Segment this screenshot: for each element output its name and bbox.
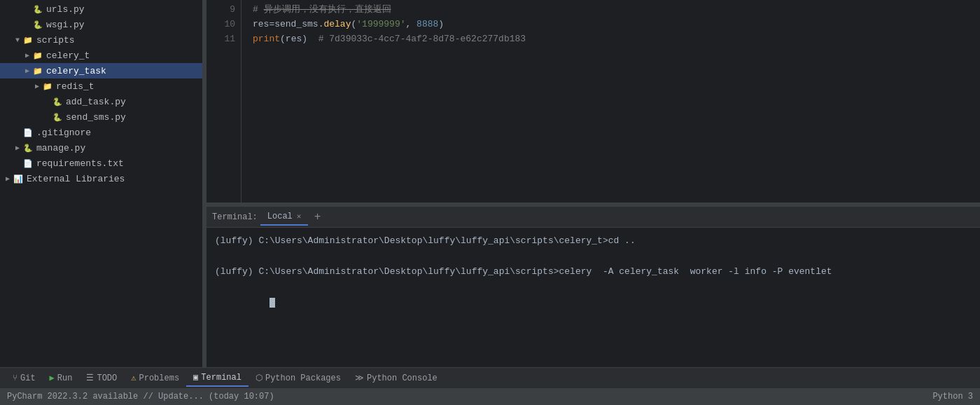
code-line-11: print(res) # 7d39033c-4cc7-4af2-8d78-e62…: [253, 32, 969, 47]
tree-item-scripts[interactable]: ▼ 📁 scripts: [0, 32, 202, 48]
tree-item-urls-py[interactable]: 🐍 urls.py: [0, 1, 202, 17]
main-area: 🐍 urls.py 🐍 wsgi.py ▼ 📁 scripts ▶ 📁 cele…: [0, 0, 980, 367]
var-send-sms: send_sms: [274, 18, 318, 32]
terminal-tab-local[interactable]: Local ✕: [260, 209, 309, 226]
manage-py-arrow: ▶: [13, 144, 22, 152]
tree-item-wsgi-py[interactable]: 🐍 wsgi.py: [0, 17, 202, 32]
status-right: Python 3: [932, 392, 973, 401]
toolbar-todo[interactable]: ☰ TODO: [79, 370, 124, 386]
py-icon-manage: 🐍: [22, 142, 34, 153]
py-file-icon2: 🐍: [32, 19, 43, 30]
folder-icon-scripts: 📁: [22, 34, 34, 46]
py-file-icon: 🐍: [32, 4, 43, 15]
terminal-section: Terminal: Local ✕ + (luffy) C:\Users\Adm…: [206, 206, 980, 367]
folder-icon-celery-task: 📁: [32, 65, 43, 76]
run-icon: ▶: [50, 373, 55, 383]
toolbar-problems[interactable]: ⚠ Problems: [124, 370, 186, 386]
var-res: res: [253, 18, 269, 32]
console-icon: ≫: [355, 373, 364, 383]
ext-libs-arrow: ▶: [3, 174, 13, 183]
tree-item-add-task[interactable]: 🐍 add_task.py: [0, 94, 202, 109]
tree-item-celery-t[interactable]: ▶ 📁 celery_t: [0, 48, 202, 63]
line-num-10: 10: [212, 18, 235, 32]
num-8888: 8888: [416, 18, 438, 32]
tree-item-send-sms[interactable]: 🐍 send_sms.py: [0, 109, 202, 125]
terminal-icon: ▣: [193, 372, 198, 383]
comment-hash2: # 7d39033c-4cc7-4af2-8d78-e62c277db183: [318, 32, 526, 47]
git-icon-toolbar: ⑂: [13, 373, 18, 383]
toolbar-python-packages[interactable]: ⬡ Python Packages: [248, 370, 348, 386]
code-line-10: res=send_sms.delay('1999999', 8888): [253, 18, 969, 32]
toolbar-terminal[interactable]: ▣ Terminal: [186, 369, 248, 387]
folder-icon-celery-t: 📁: [32, 50, 43, 61]
toolbar-run[interactable]: ▶ Run: [43, 370, 80, 386]
toolbar-python-console-label: Python Console: [367, 373, 438, 383]
terminal-tab-close[interactable]: ✕: [297, 212, 302, 221]
tree-item-external-libs[interactable]: ▶ 📊 External Libraries: [0, 171, 202, 186]
toolbar-python-console[interactable]: ≫ Python Console: [348, 370, 444, 386]
code-editor: 9 10 11 # 异步调用，没有执行，直接返回 res=send_sms.de…: [206, 0, 980, 202]
builtin-print: print: [253, 32, 280, 47]
terminal-label: Terminal:: [212, 212, 258, 222]
status-bar: PyCharm 2022.3.2 available // Update... …: [0, 388, 980, 405]
scripts-arrow: ▼: [13, 36, 22, 44]
packages-icon: ⬡: [255, 373, 262, 383]
terminal-tab-label-local: Local: [267, 212, 293, 221]
tree-item-redis-t[interactable]: ▶ 📁 redis_t: [0, 78, 202, 94]
git-icon: 📄: [22, 127, 34, 138]
toolbar-problems-label: Problems: [139, 373, 180, 383]
terminal-cursor-line: [215, 280, 972, 326]
tree-item-gitignore[interactable]: 📄 .gitignore: [0, 125, 202, 140]
status-message: PyCharm 2022.3.2 available // Update... …: [7, 392, 274, 401]
code-line-9: # 异步调用，没有执行，直接返回: [253, 3, 969, 18]
toolbar-git[interactable]: ⑂ Git: [6, 371, 43, 386]
toolbar-todo-label: TODO: [97, 373, 117, 383]
txt-icon: 📄: [22, 158, 34, 169]
redis-t-arrow: ▶: [32, 82, 42, 90]
var-res2: res: [286, 32, 302, 47]
comment-text: 异步调用，没有执行，直接返回: [264, 3, 391, 18]
toolbar-git-label: Git: [20, 373, 36, 383]
terminal-add-button[interactable]: +: [309, 210, 325, 225]
terminal-cursor: [270, 298, 275, 308]
code-content[interactable]: # 异步调用，没有执行，直接返回 res=send_sms.delay('199…: [241, 0, 980, 202]
comment-hash: #: [253, 3, 264, 18]
func-delay: delay: [323, 18, 351, 32]
bar-chart-icon: 📊: [13, 173, 24, 184]
terminal-line-1: (luffy) C:\Users\Administrator\Desktop\l…: [215, 233, 972, 249]
tree-item-manage-py[interactable]: ▶ 🐍 manage.py: [0, 140, 202, 156]
python-version: Python 3: [932, 392, 973, 401]
terminal-line-2: (luffy) C:\Users\Administrator\Desktop\l…: [215, 264, 972, 280]
status-left: PyCharm 2022.3.2 available // Update... …: [7, 392, 274, 401]
todo-icon: ☰: [86, 373, 94, 383]
terminal-content[interactable]: (luffy) C:\Users\Administrator\Desktop\l…: [206, 228, 980, 367]
py-icon-add-task: 🐍: [52, 96, 63, 107]
file-tree: 🐍 urls.py 🐍 wsgi.py ▼ 📁 scripts ▶ 📁 cele…: [0, 0, 203, 367]
terminal-tabs-bar: Terminal: Local ✕ +: [206, 207, 980, 228]
tree-item-requirements[interactable]: 📄 requirements.txt: [0, 156, 202, 171]
line-num-9: 9: [212, 3, 235, 18]
line-numbers: 9 10 11: [206, 0, 241, 202]
bottom-toolbar: ⑂ Git ▶ Run ☰ TODO ⚠ Problems ▣ Terminal…: [0, 367, 980, 388]
toolbar-run-label: Run: [57, 373, 73, 383]
line-num-11: 11: [212, 32, 235, 47]
terminal-line-blank: [215, 249, 972, 264]
tree-item-celery-task[interactable]: ▶ 📁 celery_task: [0, 63, 202, 78]
problems-icon: ⚠: [131, 373, 136, 383]
celery-t-arrow: ▶: [22, 51, 32, 60]
toolbar-terminal-label: Terminal: [201, 373, 241, 383]
folder-icon-redis-t: 📁: [42, 81, 53, 92]
editor-area: 9 10 11 # 异步调用，没有执行，直接返回 res=send_sms.de…: [206, 0, 980, 202]
toolbar-python-packages-label: Python Packages: [265, 373, 341, 383]
str-number: '1999999': [356, 18, 405, 32]
py-icon-send-sms: 🐍: [52, 111, 63, 123]
celery-task-arrow: ▶: [22, 67, 32, 75]
